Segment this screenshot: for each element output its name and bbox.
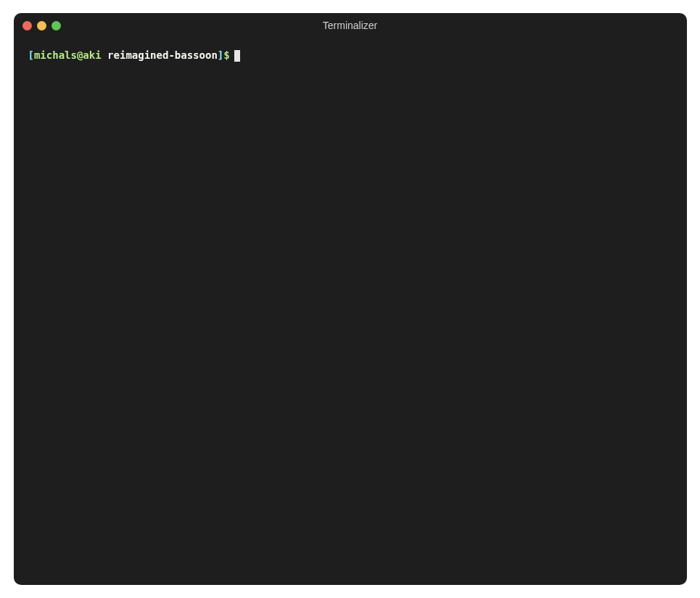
close-icon[interactable] [22, 21, 32, 30]
titlebar: Terminalizer [14, 13, 687, 38]
window-title: Terminalizer [14, 20, 687, 31]
prompt-cwd: reimagined-bassoon [107, 48, 218, 63]
traffic-lights [22, 21, 61, 30]
prompt-line: [michals@aki reimagined-bassoon]$ [28, 48, 672, 63]
maximize-icon[interactable] [52, 21, 61, 30]
minimize-icon[interactable] [37, 21, 46, 30]
prompt-space [102, 48, 107, 63]
prompt-symbol: $ [223, 48, 229, 63]
terminal-body[interactable]: [michals@aki reimagined-bassoon]$ [14, 38, 687, 585]
prompt-open-bracket: [ [28, 48, 34, 63]
prompt-close-bracket: ] [218, 48, 223, 63]
prompt-user-host: michals@aki [34, 48, 102, 63]
terminal-window: Terminalizer [michals@aki reimagined-bas… [14, 13, 687, 585]
cursor-icon [234, 50, 240, 62]
